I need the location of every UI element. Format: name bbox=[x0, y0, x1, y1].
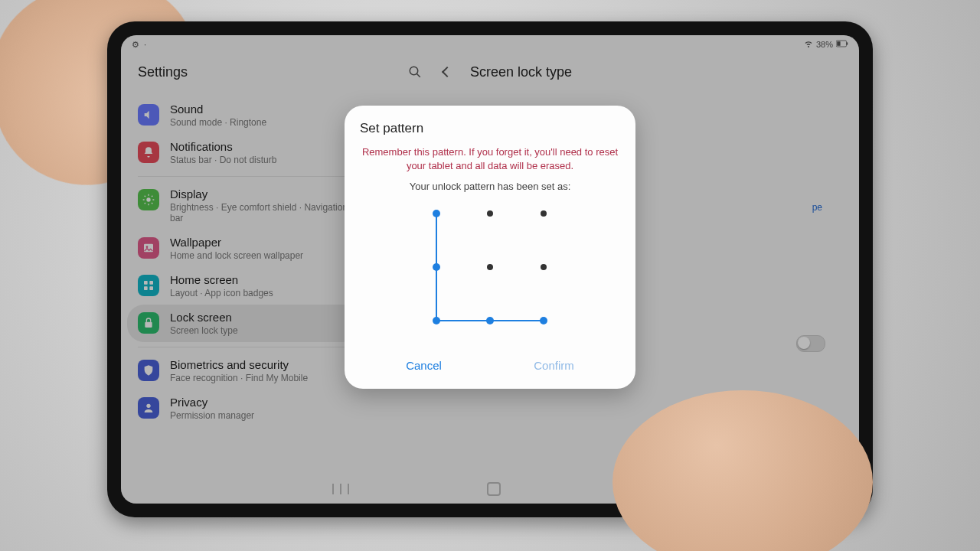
nav-home-icon[interactable] bbox=[487, 482, 501, 496]
nav-recents-icon[interactable] bbox=[332, 484, 349, 494]
grid-icon bbox=[138, 275, 159, 296]
sidebar-item-label: Biometrics and security bbox=[170, 358, 308, 371]
sidebar-item-notifications[interactable]: NotificationsStatus bar · Do not disturb bbox=[127, 134, 360, 171]
sidebar-item-sub: Face recognition · Find My Mobile bbox=[170, 373, 308, 383]
dialog-warning: Remember this pattern. If you forget it,… bbox=[360, 145, 620, 173]
svg-line-11 bbox=[152, 203, 152, 204]
status-bar: ⚙ · 38% bbox=[121, 35, 859, 54]
pattern-dot-0[interactable] bbox=[433, 210, 440, 217]
bell-icon bbox=[138, 142, 159, 163]
pattern-dot-1[interactable] bbox=[487, 210, 493, 217]
pattern-dot-5[interactable] bbox=[541, 264, 547, 270]
sidebar-item-label: Home screen bbox=[170, 273, 273, 286]
sidebar-item-display[interactable]: DisplayBrightness · Eye comfort shield ·… bbox=[127, 181, 360, 230]
sidebar-divider bbox=[138, 347, 349, 347]
svg-rect-18 bbox=[144, 286, 148, 290]
pattern-dot-8[interactable] bbox=[540, 317, 547, 324]
sidebar-item-label: Notifications bbox=[170, 140, 276, 153]
svg-point-15 bbox=[146, 246, 149, 248]
battery-icon bbox=[836, 40, 848, 49]
svg-point-21 bbox=[146, 404, 150, 408]
svg-line-4 bbox=[416, 73, 420, 77]
svg-rect-16 bbox=[144, 281, 148, 285]
pattern-dot-6[interactable] bbox=[433, 317, 440, 324]
sidebar-item-wallpaper[interactable]: WallpaperHome and lock screen wallpaper bbox=[127, 230, 360, 267]
svg-point-3 bbox=[410, 67, 418, 75]
pattern-dot-2[interactable] bbox=[541, 210, 547, 217]
back-icon[interactable] bbox=[438, 63, 456, 81]
pattern-dot-7[interactable] bbox=[486, 317, 494, 324]
sidebar-item-sound[interactable]: SoundSound mode · Ringtone bbox=[127, 96, 360, 134]
page-title: Screen lock type bbox=[470, 64, 572, 80]
search-icon[interactable] bbox=[406, 63, 424, 81]
pattern-line bbox=[436, 267, 437, 321]
svg-line-10 bbox=[145, 196, 145, 197]
dialog-message: Your unlock pattern has been set as: bbox=[360, 181, 620, 192]
sidebar-item-label: Lock screen bbox=[170, 311, 238, 324]
sidebar-item-sub: Screen lock type bbox=[170, 325, 238, 336]
image-icon bbox=[138, 237, 159, 259]
battery-text: 38% bbox=[816, 40, 833, 49]
sun-icon bbox=[138, 189, 159, 210]
toggle-switch[interactable] bbox=[796, 335, 825, 352]
sidebar-item-home-screen[interactable]: Home screenLayout · App icon badges bbox=[127, 267, 360, 305]
pattern-dot-3[interactable] bbox=[433, 263, 440, 271]
right-pane-hint: pe bbox=[812, 202, 822, 213]
pattern-dot-4[interactable] bbox=[487, 264, 493, 270]
svg-line-12 bbox=[145, 203, 145, 204]
svg-line-13 bbox=[152, 196, 152, 197]
wifi-icon bbox=[804, 39, 813, 50]
set-pattern-dialog: Set pattern Remember this pattern. If yo… bbox=[345, 106, 635, 389]
sidebar-item-sub: Permission manager bbox=[170, 410, 254, 421]
status-dot-icon: · bbox=[144, 40, 146, 49]
shield-icon bbox=[138, 360, 159, 381]
sidebar-item-label: Wallpaper bbox=[170, 236, 303, 249]
pattern-line bbox=[490, 320, 544, 321]
app-header: Settings Screen lock type bbox=[121, 54, 859, 90]
dialog-title: Set pattern bbox=[360, 121, 620, 136]
settings-title: Settings bbox=[138, 64, 188, 80]
pattern-line bbox=[436, 320, 490, 321]
sidebar-item-label: Sound bbox=[170, 103, 266, 116]
sidebar-divider bbox=[138, 176, 349, 177]
svg-rect-19 bbox=[149, 286, 153, 290]
svg-rect-20 bbox=[145, 322, 152, 328]
sidebar-item-biometrics-and-security[interactable]: Biometrics and securityFace recognition … bbox=[127, 352, 360, 390]
sidebar-item-label: Privacy bbox=[170, 396, 254, 409]
sidebar-item-sub: Home and lock screen wallpaper bbox=[170, 250, 303, 261]
svg-rect-17 bbox=[149, 281, 153, 285]
svg-rect-1 bbox=[837, 41, 840, 46]
sidebar-item-sub: Status bar · Do not disturb bbox=[170, 155, 276, 165]
sidebar-item-privacy[interactable]: PrivacyPermission manager bbox=[127, 390, 360, 427]
sound-icon bbox=[138, 104, 159, 126]
svg-point-5 bbox=[146, 197, 150, 201]
confirm-button[interactable]: Confirm bbox=[521, 353, 586, 378]
pattern-grid[interactable] bbox=[429, 206, 551, 328]
gear-icon: ⚙ bbox=[132, 40, 139, 50]
sidebar-item-lock-screen[interactable]: Lock screenScreen lock type bbox=[127, 305, 360, 342]
sidebar-item-sub: Layout · App icon badges bbox=[170, 288, 273, 298]
sidebar-item-label: Display bbox=[170, 187, 349, 201]
sidebar-item-sub: Sound mode · Ringtone bbox=[170, 117, 266, 128]
pattern-line bbox=[436, 214, 437, 267]
cancel-button[interactable]: Cancel bbox=[394, 353, 454, 378]
svg-rect-2 bbox=[847, 42, 848, 44]
lock-icon bbox=[138, 312, 159, 334]
sidebar-item-sub: Brightness · Eye comfort shield · Naviga… bbox=[170, 202, 349, 223]
privacy-icon bbox=[138, 397, 159, 419]
settings-sidebar[interactable]: SoundSound mode · RingtoneNotificationsS… bbox=[127, 96, 360, 473]
